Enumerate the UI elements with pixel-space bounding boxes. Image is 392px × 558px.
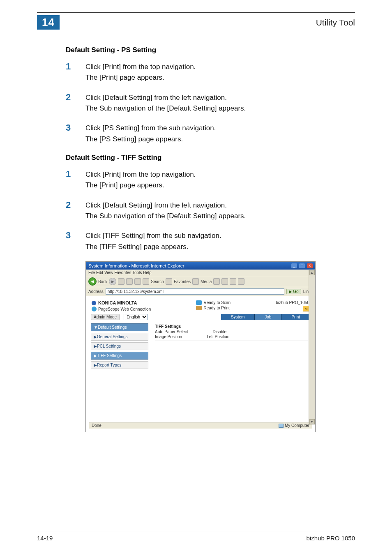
step-line: The Sub navigation of the [Default Setti…	[85, 211, 246, 221]
tab-print[interactable]: Print	[281, 314, 310, 320]
step-body: Click [Print] from the top navigation. T…	[85, 169, 196, 191]
section-heading-tiff: Default Setting - TIFF Setting	[66, 154, 347, 162]
maximize-icon[interactable]: □	[299, 263, 305, 268]
scanner-icon	[196, 300, 202, 305]
chapter-number: 14	[37, 15, 60, 30]
close-icon[interactable]: ×	[307, 263, 313, 268]
step-line: The [Print] page appears.	[85, 72, 196, 83]
detail-key: Auto Paper Select	[155, 330, 188, 334]
go-button[interactable]: ▶ Go	[286, 289, 301, 294]
top-tabs: System Job Print	[221, 314, 310, 320]
edit-icon[interactable]	[238, 278, 244, 285]
printer-icon	[196, 306, 202, 310]
step-row: 3 Click [PS Setting] from the sub naviga…	[66, 123, 347, 145]
globe-icon	[92, 307, 97, 311]
step-line: Click [Print] from the top navigation.	[85, 62, 196, 72]
step-row: 2 Click [Default Setting] from the left …	[66, 200, 347, 222]
step-line: Click [Default Setting] from the left na…	[85, 92, 246, 103]
subbrand-text: PageScope Web Connection	[98, 307, 151, 311]
back-label[interactable]: Back	[98, 279, 107, 284]
step-row: 3 Click [TIFF Setting] from the sub navi…	[66, 231, 347, 252]
ie-menu-bar[interactable]: File Edit View Favorites Tools Help	[86, 270, 315, 276]
search-icon[interactable]	[143, 278, 149, 285]
km-logo-icon	[92, 301, 96, 305]
pagescope-body: KONICA MINOLTA PageScope Web Connection …	[86, 296, 315, 432]
window-controls: _ □ ×	[291, 263, 313, 268]
step-line: Click [Print] from the top navigation.	[85, 169, 196, 180]
printer-status: Ready to Scan Ready to Print	[196, 300, 231, 310]
step-number: 2	[66, 200, 85, 222]
page-footer: 14-19 bizhub PRO 1050	[37, 532, 355, 542]
step-line: Click [TIFF Setting] from the sub naviga…	[85, 231, 221, 241]
section-heading-ps: Default Setting - PS Setting	[66, 46, 347, 54]
brand-text: KONICA MINOLTA	[98, 300, 137, 305]
step-body: Click [TIFF Setting] from the sub naviga…	[85, 231, 221, 252]
favorites-label[interactable]: Favorites	[174, 279, 191, 284]
ie-toolbar: ◄ Back ► Search Favorites Media	[86, 276, 315, 287]
detail-value: Left Position	[207, 334, 229, 339]
refresh-icon[interactable]	[126, 278, 133, 285]
nav-tiff-settings[interactable]: ▶TIFF Settings	[91, 352, 148, 360]
mycomputer-label: My Computer	[285, 423, 309, 428]
detail-value: Disable	[213, 330, 226, 334]
step-body: Click [Print] from the top navigation. T…	[85, 62, 196, 83]
step-row: 1 Click [Print] from the top navigation.…	[66, 169, 347, 191]
favorites-icon[interactable]	[166, 278, 172, 285]
ie-status-bar: Done My Computer	[89, 422, 312, 429]
detail-title: TIFF Settings	[155, 324, 308, 329]
media-icon[interactable]	[192, 278, 199, 285]
back-icon[interactable]: ◄	[88, 277, 97, 286]
media-label[interactable]: Media	[201, 279, 212, 284]
home-icon[interactable]	[134, 278, 141, 285]
admin-mode-button[interactable]: Admin Mode	[91, 314, 120, 320]
language-select[interactable]: English	[124, 314, 148, 320]
step-body: Click [Default Setting] from the left na…	[85, 92, 246, 114]
step-row: 2 Click [Default Setting] from the left …	[66, 92, 347, 114]
scroll-up-icon[interactable]: ▲	[309, 270, 315, 275]
minimize-icon[interactable]: _	[291, 263, 297, 268]
nav-general-settings[interactable]: ▶General Settings	[91, 333, 148, 341]
footer-product: bizhub PRO 1050	[307, 535, 355, 542]
detail-panel: TIFF Settings Auto Paper Select Disable …	[152, 323, 310, 369]
scrollbar[interactable]: ▲ ▼	[309, 270, 315, 424]
ie-address-bar: Address http://10.11.32.126/system.xml ▶…	[86, 287, 315, 296]
mail-icon[interactable]	[221, 278, 228, 285]
left-nav: ▼Default Settings ▶General Settings ▶PCL…	[91, 323, 148, 369]
search-label[interactable]: Search	[151, 279, 164, 284]
step-line: The [PS Setting] page appears.	[85, 134, 216, 145]
nav-default-settings[interactable]: ▼Default Settings	[91, 323, 148, 331]
model-block: bizhub PRO_1050 M	[276, 300, 309, 311]
address-label: Address	[88, 289, 104, 294]
detail-key: Image Position	[155, 334, 182, 339]
step-line: Click [Default Setting] from the left na…	[85, 200, 246, 211]
history-icon[interactable]	[213, 278, 220, 285]
stop-icon[interactable]	[118, 278, 125, 285]
print-icon[interactable]	[230, 278, 236, 285]
step-line: The Sub navigation of the [Default Setti…	[85, 103, 246, 114]
mycomputer-icon	[279, 424, 284, 428]
statusbar-left: Done	[92, 423, 101, 428]
status-print: Ready to Print	[203, 306, 229, 310]
model-name: bizhub PRO_1050	[276, 300, 309, 305]
address-input[interactable]: http://10.11.32.126/system.xml	[106, 288, 284, 295]
subbrand-row: PageScope Web Connection	[92, 307, 151, 311]
embedded-screenshot: System Information - Microsoft Internet …	[85, 261, 316, 432]
page-header: 14 Utility Tool	[37, 15, 355, 30]
chapter-title: Utility Tool	[316, 18, 355, 28]
detail-divider	[155, 341, 308, 341]
statusbar-right: My Computer	[279, 423, 309, 428]
tab-job[interactable]: Job	[255, 314, 281, 320]
step-number: 3	[66, 123, 85, 145]
top-rule	[37, 12, 355, 13]
forward-icon[interactable]: ►	[109, 278, 116, 285]
step-number: 1	[66, 169, 85, 191]
nav-report-types[interactable]: ▶Report Types	[91, 361, 148, 369]
tab-system[interactable]: System	[221, 314, 255, 320]
step-number: 3	[66, 231, 85, 252]
step-body: Click [PS Setting] from the sub navigati…	[85, 123, 216, 145]
step-row: 1 Click [Print] from the top navigation.…	[66, 62, 347, 83]
nav-pcl-settings[interactable]: ▶PCL Settings	[91, 342, 148, 350]
step-body: Click [Default Setting] from the left na…	[85, 200, 246, 222]
scroll-down-icon[interactable]: ▼	[309, 419, 315, 424]
ie-titlebar: System Information - Microsoft Internet …	[86, 262, 315, 270]
